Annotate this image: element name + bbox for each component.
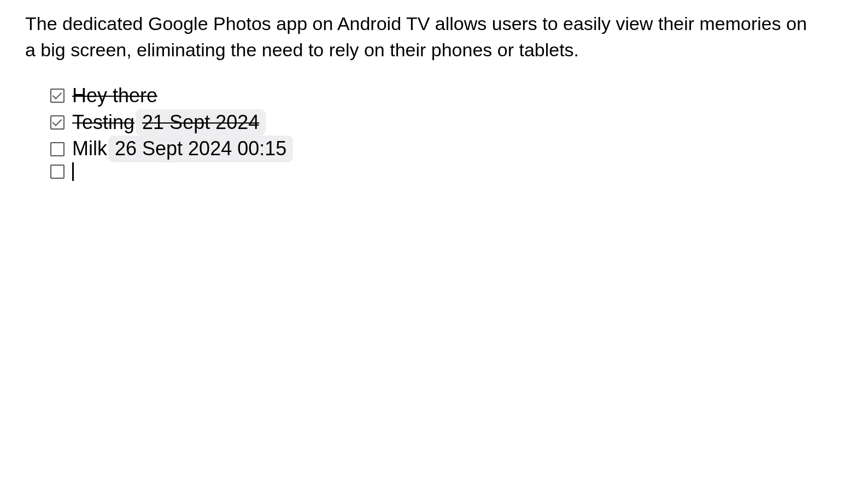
checkbox-unchecked-icon[interactable] [50, 142, 65, 156]
todo-item[interactable]: Hey there [50, 83, 819, 109]
todo-text[interactable]: Hey there [72, 83, 157, 109]
paragraph-text[interactable]: The dedicated Google Photos app on Andro… [25, 11, 819, 63]
checkbox-unchecked-icon[interactable] [50, 165, 65, 179]
text-cursor-icon [72, 162, 74, 181]
todo-content[interactable]: Testing 21 Sept 2024 [72, 109, 266, 136]
todo-text[interactable]: Milk [72, 136, 107, 162]
todo-content[interactable] [72, 162, 74, 181]
checkbox-checked-icon[interactable] [50, 89, 65, 103]
checkbox-checked-icon[interactable] [50, 115, 65, 130]
date-chip[interactable]: 26 Sept 2024 00:15 [108, 136, 293, 162]
todo-item[interactable]: Testing 21 Sept 2024 [50, 109, 819, 136]
todo-content[interactable]: Milk 26 Sept 2024 00:15 [72, 136, 293, 162]
todo-text[interactable]: Testing [72, 109, 134, 136]
todo-content[interactable]: Hey there [72, 83, 157, 109]
todo-item[interactable]: Milk 26 Sept 2024 00:15 [50, 136, 819, 162]
todo-list: Hey there Testing 21 Sept 2024 Milk 26 S… [25, 83, 819, 181]
todo-item[interactable] [50, 162, 819, 181]
date-chip[interactable]: 21 Sept 2024 [136, 109, 266, 136]
